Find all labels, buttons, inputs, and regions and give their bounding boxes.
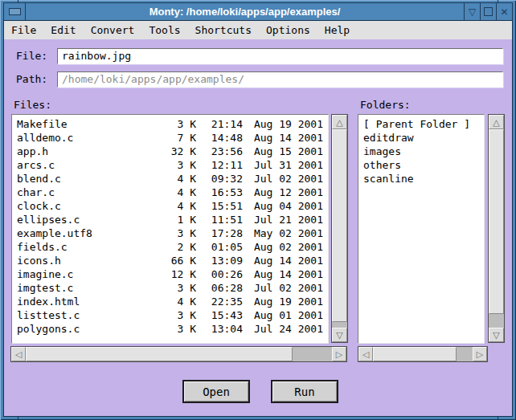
file-row[interactable]: alldemo.c7 K14:48Aug 14 2001	[12, 131, 328, 145]
shade-button[interactable]: ▽	[464, 3, 480, 20]
file-row[interactable]: blend.c4 K09:32Jul 02 2001	[12, 172, 328, 186]
arrow-left-icon: ◁	[362, 350, 369, 359]
close-icon: ✕	[500, 6, 508, 18]
scroll-left-button[interactable]: ◁	[358, 347, 373, 361]
files-vscroll-thumb[interactable]	[332, 129, 347, 322]
file-row[interactable]: index.html4 K22:35Aug 19 2001	[12, 295, 328, 308]
file-time: 15:43	[196, 308, 243, 322]
files-vscrollbar[interactable]: △ ▽	[331, 114, 348, 343]
arrow-right-icon: ▷	[477, 350, 483, 359]
file-date: Jul 02 2001	[243, 172, 323, 186]
file-row[interactable]: imagine.c12 K00:26Aug 14 2001	[12, 267, 328, 281]
titlebar[interactable]: Monty: /home/loki/apps/app/examples/ ▽ ✕	[3, 2, 513, 21]
scroll-down-button[interactable]: ▽	[489, 328, 504, 342]
maximize-icon	[484, 7, 493, 16]
menu-item-help[interactable]: Help	[325, 24, 350, 36]
file-row[interactable]: app.h32 K23:56Aug 15 2001	[12, 145, 328, 158]
arrow-up-icon: △	[493, 118, 499, 127]
files-hscrollbar[interactable]: ◁ ▷	[10, 346, 347, 362]
maximize-button[interactable]	[480, 3, 496, 20]
folder-row[interactable]: [ Parent Folder ]	[358, 117, 484, 131]
file-name: icons.h	[17, 254, 159, 267]
file-row[interactable]: example.utf83 K17:28May 02 2001	[12, 226, 328, 240]
file-size: 4 K	[159, 172, 196, 186]
file-time: 22:35	[196, 295, 243, 308]
menu-item-file[interactable]: File	[11, 24, 36, 36]
scroll-right-button[interactable]: ▷	[332, 347, 346, 361]
file-date: Aug 04 2001	[243, 199, 323, 213]
folders-vscroll-thumb[interactable]	[489, 129, 504, 314]
menu-bar: FileEditConvertToolsShortcutsOptionsHelp	[4, 21, 512, 39]
close-button[interactable]: ✕	[496, 3, 512, 20]
window-menu-button[interactable]	[4, 3, 26, 20]
file-date: Aug 01 2001	[243, 308, 323, 322]
file-time: 13:04	[196, 322, 243, 336]
file-row[interactable]: polygons.c3 K13:04Jul 24 2001	[12, 322, 328, 336]
window-menu-icon	[9, 8, 21, 15]
files-label: Files:	[14, 99, 51, 111]
file-name: app.h	[17, 145, 159, 158]
file-row[interactable]: clock.c4 K15:51Aug 04 2001	[12, 199, 328, 213]
folders-vscroll-track[interactable]	[489, 314, 504, 328]
menu-item-shortcuts[interactable]: Shortcuts	[195, 24, 252, 36]
file-name: char.c	[17, 186, 159, 199]
file-input[interactable]: rainbow.jpg	[57, 48, 503, 64]
file-name: imgtest.c	[17, 281, 159, 295]
scroll-down-button[interactable]: ▽	[332, 328, 347, 342]
files-list[interactable]: Makefile3 K21:14Aug 19 2001alldemo.c7 K1…	[11, 114, 329, 344]
folders-hscroll-thumb[interactable]	[373, 347, 457, 361]
files-vscroll-track[interactable]	[332, 322, 347, 328]
file-size: 66 K	[159, 254, 196, 267]
folders-hscroll-track[interactable]	[457, 347, 473, 361]
file-name: blend.c	[17, 172, 159, 186]
file-row[interactable]: fields.c2 K01:05Aug 02 2001	[12, 240, 328, 254]
folder-row[interactable]: images	[358, 145, 484, 158]
file-time: 12:11	[196, 158, 243, 172]
file-name: example.utf8	[17, 226, 159, 240]
folder-row[interactable]: others	[358, 158, 484, 172]
file-time: 15:51	[196, 199, 243, 213]
file-size: 32 K	[159, 145, 196, 158]
file-date: Jul 21 2001	[243, 213, 323, 226]
scroll-right-button[interactable]: ▷	[473, 347, 487, 361]
file-row[interactable]: ellipses.c1 K11:51Jul 21 2001	[12, 213, 328, 226]
file-row[interactable]: char.c4 K16:53Aug 12 2001	[12, 186, 328, 199]
file-size: 4 K	[159, 199, 196, 213]
path-input[interactable]: /home/loki/apps/app/examples/	[57, 71, 503, 88]
scroll-left-button[interactable]: ◁	[11, 347, 26, 361]
folder-row[interactable]: scanline	[358, 172, 484, 186]
folders-hscrollbar[interactable]: ◁ ▷	[358, 346, 488, 362]
scroll-up-button[interactable]: △	[332, 115, 347, 129]
file-row[interactable]: imgtest.c3 K06:28Jul 02 2001	[12, 281, 328, 295]
file-row[interactable]: listtest.c3 K15:43Aug 01 2001	[12, 308, 328, 322]
file-name: arcs.c	[17, 158, 159, 172]
file-size: 7 K	[159, 131, 196, 145]
folder-row[interactable]: editdraw	[358, 131, 484, 145]
file-name: index.html	[17, 295, 159, 308]
menu-item-convert[interactable]: Convert	[91, 24, 135, 36]
window-frame: Monty: /home/loki/apps/app/examples/ ▽ ✕…	[0, 0, 516, 420]
file-size: 12 K	[159, 267, 196, 281]
file-row[interactable]: Makefile3 K21:14Aug 19 2001	[12, 117, 328, 131]
file-row[interactable]: icons.h66 K13:09Aug 14 2001	[12, 254, 328, 267]
path-label: Path:	[16, 73, 47, 85]
arrow-down-icon: ▽	[493, 331, 499, 340]
file-time: 13:09	[196, 254, 243, 267]
menu-item-edit[interactable]: Edit	[51, 24, 76, 36]
frame-notch	[498, 417, 498, 420]
arrow-left-icon: ◁	[15, 350, 22, 359]
menu-item-tools[interactable]: Tools	[149, 24, 180, 36]
files-hscroll-thumb[interactable]	[26, 347, 293, 361]
file-date: Aug 19 2001	[243, 117, 323, 131]
folders-list[interactable]: [ Parent Folder ]editdrawimagesotherssca…	[358, 114, 485, 344]
files-hscroll-track[interactable]	[293, 347, 332, 361]
file-time: 23:56	[196, 145, 243, 158]
run-button[interactable]: Run	[271, 380, 338, 403]
file-name: clock.c	[17, 199, 159, 213]
folders-vscrollbar[interactable]: △ ▽	[488, 114, 505, 343]
file-time: 17:28	[196, 226, 243, 240]
scroll-up-button[interactable]: △	[489, 115, 504, 129]
open-button[interactable]: Open	[182, 380, 250, 403]
menu-item-options[interactable]: Options	[266, 24, 310, 36]
file-row[interactable]: arcs.c3 K12:11Jul 31 2001	[12, 158, 328, 172]
